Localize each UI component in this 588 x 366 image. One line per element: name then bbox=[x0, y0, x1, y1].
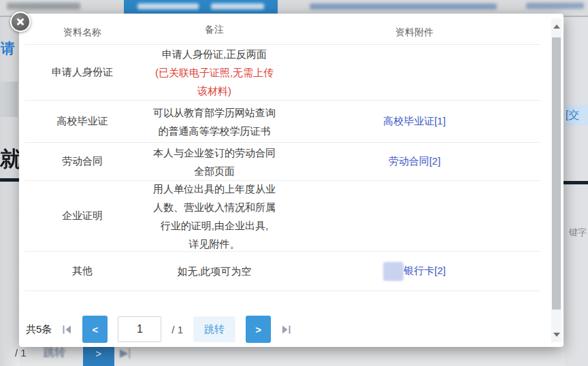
blurred-text bbox=[137, 3, 199, 10]
page-number-input[interactable] bbox=[118, 316, 161, 342]
material-attachment-cell: 银行卡[2] bbox=[289, 262, 540, 281]
table-row: 高校毕业证 可以从教育部学历网站查询 的普通高等学校学历证书 高校毕业证[1] bbox=[24, 101, 540, 143]
app-screen: 请 就 [交 键字 / 1 跳转 > ▶| 资料名称 备注 资料附件 申请人身份… bbox=[0, 0, 588, 366]
remark-line: 用人单位出具的上年度从业 bbox=[140, 180, 289, 198]
materials-dialog: 资料名称 备注 资料附件 申请人身份证 申请人身份证,正反两面 (已关联电子证照… bbox=[19, 14, 564, 347]
remark-line: 详见附件。 bbox=[140, 235, 289, 253]
material-attachment-cell: 劳动合同[2] bbox=[289, 155, 540, 168]
material-remark: 可以从教育部学历网站查询 的普通高等学校学历证书 bbox=[140, 103, 289, 140]
table-header-row: 资料名称 备注 资料附件 bbox=[24, 14, 540, 45]
material-name: 其他 bbox=[24, 265, 140, 278]
table-row: 其他 如无,此项可为空 银行卡[2] bbox=[24, 252, 540, 291]
background-tab-underline bbox=[564, 181, 588, 184]
background-left-edge bbox=[0, 17, 19, 366]
redacted-attachment-thumbnail bbox=[383, 262, 404, 281]
blurred-text bbox=[7, 3, 80, 10]
background-jump-button: 跳转 bbox=[44, 346, 65, 360]
remark-line-red: (已关联电子证照,无需上传 bbox=[140, 63, 289, 82]
background-right-edge bbox=[565, 17, 588, 366]
remark-line: 全部页面 bbox=[140, 162, 289, 180]
material-remark: 如无,此项可为空 bbox=[140, 262, 289, 280]
total-count-label: 共5条 bbox=[26, 323, 52, 336]
table-row: 劳动合同 本人与企业签订的劳动合同 全部页面 劳动合同[2] bbox=[24, 143, 540, 181]
scroll-down-arrow-icon[interactable] bbox=[553, 333, 560, 337]
background-last-page-icon: ▶| bbox=[120, 346, 131, 359]
material-attachment-cell: 高校毕业证[1] bbox=[289, 115, 540, 128]
remark-line: 如无,此项可为空 bbox=[140, 262, 289, 280]
material-name: 申请人身份证 bbox=[24, 66, 140, 79]
remark-line: 的普通高等学校学历证书 bbox=[140, 122, 289, 140]
column-header-material-name: 资料名称 bbox=[24, 27, 140, 39]
remark-line: 可以从教育部学历网站查询 bbox=[140, 103, 289, 122]
remark-line: 申请人身份证,正反两面 bbox=[140, 45, 289, 63]
background-panel-fragment bbox=[0, 82, 18, 117]
material-name: 劳动合同 bbox=[24, 155, 140, 168]
blurred-text bbox=[310, 3, 497, 10]
jump-button[interactable]: 跳转 bbox=[193, 316, 235, 342]
next-page-button[interactable]: > bbox=[246, 316, 271, 343]
page-total-label: / 1 bbox=[172, 324, 183, 335]
material-remark: 申请人身份证,正反两面 (已关联电子证照,无需上传 该材料) bbox=[140, 45, 289, 100]
remark-line: 人数、营业收入情况和所属 bbox=[140, 198, 289, 216]
attachment-link[interactable]: 银行卡[2] bbox=[404, 264, 446, 276]
background-clipped-heading: 就 bbox=[0, 145, 21, 173]
material-name: 高校毕业证 bbox=[24, 115, 140, 128]
attachment-link[interactable]: 高校毕业证[1] bbox=[383, 115, 446, 127]
column-header-attachment: 资料附件 bbox=[289, 27, 540, 39]
scroll-up-arrow-icon[interactable] bbox=[553, 24, 560, 29]
background-keyword-placeholder-fragment: 键字 bbox=[569, 227, 587, 239]
material-remark: 用人单位出具的上年度从业 人数、营业收入情况和所属 行业的证明,由企业出具, 详… bbox=[140, 180, 289, 253]
table-row: 申请人身份证 申请人身份证,正反两面 (已关联电子证照,无需上传 该材料) bbox=[24, 45, 540, 101]
attachment-link[interactable]: 劳动合同[2] bbox=[389, 155, 441, 167]
scrollbar-thumb[interactable] bbox=[552, 37, 561, 310]
remark-line: 本人与企业签订的劳动合同 bbox=[140, 144, 289, 162]
pagination-bar: 共5条 < / 1 跳转 > bbox=[26, 315, 291, 344]
background-tab-underline bbox=[0, 178, 19, 182]
background-page-fraction: / 1 bbox=[15, 347, 27, 359]
prev-page-button[interactable]: < bbox=[82, 316, 108, 343]
background-clipped-text: 请 bbox=[1, 39, 15, 58]
background-submit-button-fragment: [交 bbox=[566, 105, 588, 125]
dialog-scrollbar[interactable] bbox=[551, 18, 561, 342]
materials-table: 资料名称 备注 资料附件 申请人身份证 申请人身份证,正反两面 (已关联电子证照… bbox=[24, 14, 540, 291]
blurred-text bbox=[526, 3, 584, 9]
remark-line: 行业的证明,由企业出具, bbox=[140, 216, 289, 235]
table-row: 企业证明 用人单位出具的上年度从业 人数、营业收入情况和所属 行业的证明,由企业… bbox=[24, 181, 540, 252]
last-page-icon[interactable] bbox=[281, 325, 291, 335]
blurred-text bbox=[211, 3, 264, 10]
material-name: 企业证明 bbox=[24, 210, 140, 222]
material-remark: 本人与企业签订的劳动合同 全部页面 bbox=[140, 144, 289, 180]
remark-line-red: 该材料) bbox=[140, 82, 289, 100]
close-icon[interactable] bbox=[10, 12, 31, 32]
first-page-icon[interactable] bbox=[62, 325, 72, 335]
column-header-remark: 备注 bbox=[140, 20, 289, 39]
